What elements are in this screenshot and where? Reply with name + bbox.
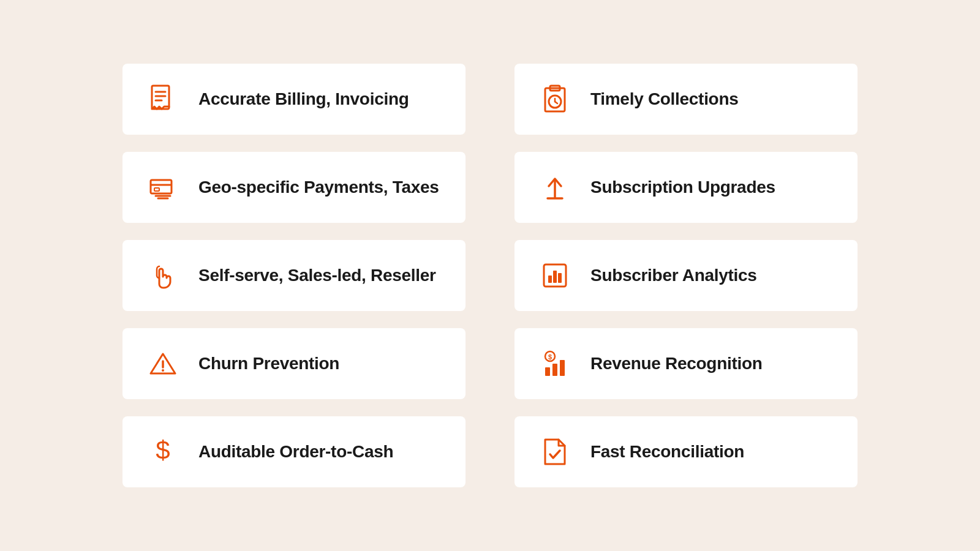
svg-rect-26 [560,360,565,376]
payments-icon [145,169,181,206]
timely-collections-label: Timely Collections [590,89,739,109]
upgrades-icon [537,169,573,206]
svg-rect-25 [552,364,557,376]
svg-rect-9 [151,180,172,193]
card-timely-collections: Timely Collections [514,64,858,135]
analytics-icon [537,257,573,294]
auditable-order-label: Auditable Order-to-Cash [198,442,393,462]
svg-rect-18 [553,271,557,283]
card-subscription-upgrades: Subscription Upgrades [514,152,858,223]
svg-point-21 [162,369,164,372]
svg-text:$: $ [156,436,170,465]
card-auditable-order: $ Auditable Order-to-Cash [123,416,466,487]
svg-rect-24 [545,367,550,376]
svg-rect-19 [558,273,562,283]
svg-rect-0 [152,86,169,109]
svg-text:$: $ [548,353,552,361]
card-churn-prevention: Churn Prevention [123,328,466,399]
churn-prevention-label: Churn Prevention [198,354,339,373]
collections-icon [537,81,573,118]
churn-icon [145,345,181,382]
svg-line-8 [555,102,557,103]
svg-rect-11 [154,188,159,191]
accurate-billing-label: Accurate Billing, Invoicing [198,89,409,109]
revenue-icon: $ [537,345,573,382]
feature-grid: Accurate Billing, Invoicing Timely Colle… [123,64,858,487]
reconciliation-icon [537,433,573,470]
card-revenue-recognition: $ Revenue Recognition [514,328,858,399]
subscription-upgrades-label: Subscription Upgrades [590,178,775,197]
card-fast-reconciliation: Fast Reconciliation [514,416,858,487]
auditable-icon: $ [145,433,181,470]
subscriber-analytics-label: Subscriber Analytics [590,266,757,285]
card-subscriber-analytics: Subscriber Analytics [514,240,858,311]
selfserve-icon [145,257,181,294]
card-accurate-billing: Accurate Billing, Invoicing [123,64,466,135]
geo-payments-label: Geo-specific Payments, Taxes [198,178,439,197]
svg-rect-17 [548,276,552,283]
self-serve-label: Self-serve, Sales-led, Reseller [198,266,436,285]
revenue-recognition-label: Revenue Recognition [590,354,763,373]
card-self-serve: Self-serve, Sales-led, Reseller [123,240,466,311]
fast-reconciliation-label: Fast Reconciliation [590,442,744,462]
billing-icon [145,81,181,118]
card-geo-payments: Geo-specific Payments, Taxes [123,152,466,223]
